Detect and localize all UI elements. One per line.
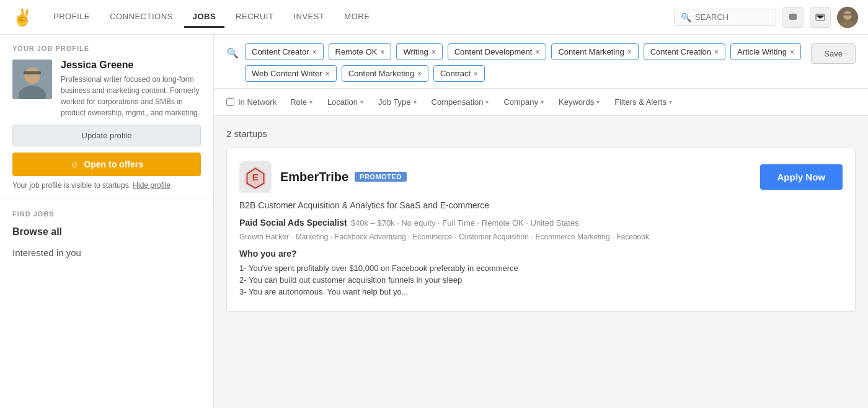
- nav-link-connections[interactable]: CONNECTIONS: [101, 7, 182, 28]
- navbar: ✌ PROFILECONNECTIONSJOBSRECRUITINVESTMOR…: [0, 0, 868, 35]
- search-box[interactable]: 🔍: [674, 9, 776, 26]
- chevron-down-icon: ▾: [414, 99, 417, 105]
- search-area: 🔍 Content Creator×Remote OK×Writing×Cont…: [214, 35, 868, 89]
- tag-web-content-writer[interactable]: Web Content Writer×: [245, 65, 337, 82]
- in-network-filter[interactable]: In Network: [226, 97, 277, 107]
- chevron-down-icon: ▾: [669, 99, 672, 105]
- tag-remove-icon[interactable]: ×: [535, 48, 539, 56]
- svg-rect-10: [24, 71, 41, 74]
- open-offers-icon: ☺: [70, 159, 79, 169]
- update-profile-button[interactable]: Update profile: [12, 125, 201, 146]
- svg-rect-1: [789, 14, 797, 20]
- company-info: E EmberTribe PROMOTED: [239, 161, 407, 193]
- tag-remove-icon[interactable]: ×: [417, 69, 422, 78]
- tag-writing[interactable]: Writing×: [396, 43, 442, 60]
- filter-filters-&-alerts[interactable]: Filters & Alerts▾: [613, 95, 673, 109]
- tag-content-creator[interactable]: Content Creator×: [245, 43, 324, 60]
- interested-in-you-link[interactable]: Interested in you: [12, 247, 201, 258]
- search-input[interactable]: [695, 12, 769, 22]
- tag-label: Article Writing: [737, 47, 787, 56]
- company-name-area: EmberTribe PROMOTED: [280, 170, 407, 184]
- job-title: Paid Social Ads Specialist: [239, 218, 347, 228]
- job-title-line: Paid Social Ads Specialist $40k – $70k ·…: [239, 218, 843, 228]
- app-logo[interactable]: ✌: [10, 6, 32, 29]
- job-bullet: 2- You can build out customer acquisitio…: [239, 275, 843, 285]
- nav-links: PROFILECONNECTIONSJOBSRECRUITINVESTMORE: [45, 7, 674, 28]
- chevron-down-icon: ▾: [485, 99, 489, 105]
- sidebar: YOUR JOB PROFILE Jessica Greene Professi…: [0, 35, 214, 408]
- filter-label: Compensation: [432, 97, 484, 107]
- tag-remove-icon[interactable]: ×: [312, 48, 317, 56]
- job-tag: Facebook: [616, 233, 649, 241]
- job-bullet: 1- You've spent profitably over $10,000 …: [239, 264, 843, 273]
- open-to-offers-button[interactable]: ☺ Open to offers: [12, 153, 201, 176]
- nav-link-invest[interactable]: INVEST: [285, 7, 333, 28]
- main-content: 🔍 Content Creator×Remote OK×Writing×Cont…: [214, 35, 868, 408]
- company-name: EmberTribe: [280, 170, 348, 184]
- promoted-badge: PROMOTED: [355, 172, 407, 182]
- search-tags-icon: 🔍: [226, 43, 239, 59]
- filter-label: Company: [503, 97, 538, 107]
- chevron-down-icon: ▾: [309, 99, 312, 105]
- svg-rect-6: [843, 14, 852, 16]
- tag-contract[interactable]: Contract×: [433, 65, 485, 82]
- filters-bar: In Network Role▾Location▾Job Type▾Compen…: [214, 89, 868, 116]
- tag-article-writing[interactable]: Article Writing×: [730, 43, 801, 60]
- job-card: E EmberTribe PROMOTED Apply Now B2B Cust…: [226, 148, 856, 312]
- job-card-header: E EmberTribe PROMOTED Apply Now: [239, 161, 843, 193]
- hide-profile-link[interactable]: Hide profile: [133, 181, 170, 190]
- company-name-badge: EmberTribe PROMOTED: [280, 170, 407, 184]
- tag-remove-icon[interactable]: ×: [432, 48, 436, 56]
- tag-remove-icon[interactable]: ×: [790, 48, 794, 56]
- tag-label: Contract: [440, 69, 471, 78]
- find-jobs-section: FIND JOBS Browse all Interested in you: [0, 200, 213, 268]
- tag-label: Web Content Writer: [252, 69, 322, 78]
- tag-remove-icon[interactable]: ×: [714, 48, 719, 56]
- tag-content-creation[interactable]: Content Creation×: [644, 43, 725, 60]
- nav-link-more[interactable]: MORE: [335, 7, 378, 28]
- job-equity: No equity: [401, 218, 435, 228]
- tag-content-marketing-1[interactable]: Content Marketing×: [551, 43, 638, 60]
- profile-area: Jessica Greene Professional writer focus…: [12, 60, 201, 118]
- tag-remove-icon[interactable]: ×: [326, 69, 330, 78]
- tag-remove-icon[interactable]: ×: [380, 48, 384, 56]
- tag-content-marketing-2[interactable]: Content Marketing×: [342, 65, 428, 82]
- in-network-label[interactable]: In Network: [238, 97, 277, 107]
- job-meta: $40k – $70k · No equity · Full Time · Re…: [351, 218, 579, 228]
- tag-content-development[interactable]: Content Development×: [448, 43, 547, 60]
- tag-remote-ok[interactable]: Remote OK×: [329, 43, 392, 60]
- tag-remove-icon[interactable]: ×: [627, 48, 632, 56]
- filter-role[interactable]: Role▾: [289, 95, 314, 109]
- tag-remove-icon[interactable]: ×: [474, 69, 478, 78]
- profile-avatar: [12, 60, 52, 99]
- job-tag: Ecommerce: [412, 233, 456, 241]
- filter-keywords[interactable]: Keywords▾: [557, 95, 601, 109]
- nav-link-recruit[interactable]: RECRUIT: [227, 7, 282, 28]
- nav-link-jobs[interactable]: JOBS: [184, 7, 224, 28]
- filter-location[interactable]: Location▾: [326, 95, 365, 109]
- messages-icon[interactable]: [810, 7, 831, 28]
- nav-link-profile[interactable]: PROFILE: [45, 7, 99, 28]
- in-network-checkbox[interactable]: [226, 98, 234, 106]
- browse-all-link[interactable]: Browse all: [12, 226, 201, 237]
- open-offers-label: Open to offers: [84, 159, 143, 169]
- job-tag: Facebook Advertising: [335, 233, 410, 241]
- save-button[interactable]: Save: [811, 43, 856, 64]
- notification-icon[interactable]: [782, 7, 804, 28]
- filter-compensation[interactable]: Compensation▾: [430, 95, 490, 109]
- apply-now-button[interactable]: Apply Now: [760, 164, 843, 190]
- svg-text:✌: ✌: [12, 7, 32, 27]
- job-type: Full Time: [442, 218, 475, 228]
- filter-label: Role: [290, 97, 307, 107]
- filter-company[interactable]: Company▾: [502, 95, 545, 109]
- nav-right: 🔍: [674, 7, 858, 28]
- filter-job-type[interactable]: Job Type▾: [377, 95, 418, 109]
- job-tag: Marketing: [296, 233, 332, 241]
- tag-label: Content Creation: [650, 47, 711, 56]
- filter-label: Filters & Alerts: [614, 97, 666, 107]
- chevron-down-icon: ▾: [541, 99, 544, 105]
- profile-visible-text: Your job profile is visible to startups.…: [12, 181, 201, 190]
- user-avatar[interactable]: [837, 7, 858, 28]
- filter-label: Job Type: [378, 97, 411, 107]
- search-row: 🔍 Content Creator×Remote OK×Writing×Cont…: [226, 43, 856, 88]
